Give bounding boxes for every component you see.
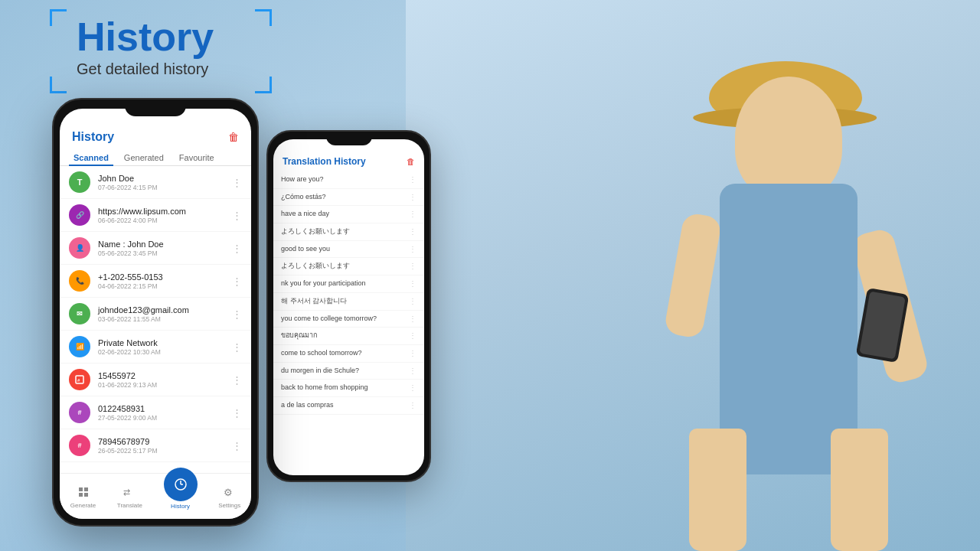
woman-head [735, 77, 842, 199]
more-dots[interactable]: ⋮ [409, 279, 416, 288]
more-dots[interactable]: ⋮ [232, 210, 242, 221]
more-dots[interactable]: ⋮ [409, 367, 416, 375]
translation-text: du morgen in die Schule? [281, 367, 403, 376]
list-item: a de las compras ⋮ [273, 397, 424, 415]
list-item: du morgen in die Schule? ⋮ [273, 363, 424, 380]
bracket-bottom-right [255, 77, 272, 93]
more-dots[interactable]: ⋮ [409, 262, 416, 270]
bracket-top-right [255, 9, 272, 26]
item-title: Name : John Doe [98, 240, 224, 249]
nav-settings[interactable]: ⚙ Settings [218, 484, 240, 509]
item-title: John Doe [98, 174, 224, 183]
more-dots[interactable]: ⋮ [232, 407, 242, 419]
nav-history[interactable]: History [164, 483, 198, 510]
more-dots[interactable]: ⋮ [232, 341, 242, 353]
more-dots[interactable]: ⋮ [409, 331, 416, 340]
more-dots[interactable]: ⋮ [232, 177, 242, 188]
contact2-icon: 👤 [69, 237, 90, 259]
list-item: よろしくお願いします ⋮ [273, 223, 424, 241]
list-item: # 15455972 01-06-2022 9:13 AM ⋮ [60, 364, 251, 396]
list-item: T John Doe 07-06-2022 4:15 PM ⋮ [60, 166, 251, 199]
svg-rect-5 [84, 493, 88, 497]
list-item: 📶 Private Network 02-06-2022 10:30 AM ⋮ [60, 331, 251, 364]
more-dots[interactable]: ⋮ [409, 401, 416, 409]
more-dots[interactable]: ⋮ [409, 315, 416, 323]
more-dots[interactable]: ⋮ [232, 308, 242, 320]
contact-icon: T [69, 171, 90, 193]
page-title: History [77, 15, 214, 59]
tab-favourite[interactable]: Favourite [175, 150, 219, 165]
more-dots[interactable]: ⋮ [232, 276, 242, 287]
url-icon: 🔗 [69, 204, 90, 226]
nav-generate[interactable]: Generate [70, 484, 96, 509]
item-date: 01-06-2022 9:13 AM [98, 381, 224, 389]
bracket-bottom-left [50, 77, 67, 93]
item-title: 78945678979 [98, 437, 224, 446]
generate-label: Generate [70, 502, 96, 509]
item-title: Private Network [98, 338, 224, 347]
number-icon: # [69, 369, 90, 390]
tab-scanned[interactable]: Scanned [69, 150, 113, 165]
title-area: History Get detailed history [77, 15, 214, 78]
translation-text: you come to college tomorrow? [281, 315, 403, 324]
more-dots[interactable]: ⋮ [409, 349, 416, 357]
history-label: History [171, 503, 190, 510]
phone1-screen: History 🗑 Scanned Generated Favourite T … [60, 109, 251, 519]
number2-icon: # [69, 402, 90, 423]
item-title: 15455972 [98, 371, 224, 380]
item-content: 15455972 01-06-2022 9:13 AM [98, 371, 224, 389]
more-dots[interactable]: ⋮ [409, 175, 416, 184]
item-title: +1-202-555-0153 [98, 272, 224, 282]
item-date: 27-05-2022 9:00 AM [98, 414, 224, 422]
phone1: History 🗑 Scanned Generated Favourite T … [52, 98, 259, 527]
more-dots[interactable]: ⋮ [409, 297, 416, 305]
list-item: you come to college tomorrow? ⋮ [273, 311, 424, 328]
more-dots[interactable]: ⋮ [409, 227, 416, 236]
nav-translate[interactable]: ⇄ Translate [117, 484, 142, 509]
settings-label: Settings [218, 502, 240, 509]
list-item: come to school tomorrow? ⋮ [273, 345, 424, 363]
history-icon [164, 468, 198, 501]
svg-text:⇄: ⇄ [123, 487, 130, 497]
more-dots[interactable]: ⋮ [232, 440, 242, 452]
translation-text: back to home from shopping [281, 383, 403, 393]
list-item: # 78945678979 26-05-2022 5:17 PM ⋮ [60, 429, 251, 462]
phone2-screen: Translation History 🗑 How are you? ⋮ ¿Có… [273, 139, 424, 475]
delete-history-button[interactable]: 🗑 [228, 131, 239, 143]
list-item: How are you? ⋮ [273, 171, 424, 189]
settings-icon: ⚙ [221, 484, 238, 500]
bracket-top-left [50, 9, 67, 26]
more-dots[interactable]: ⋮ [409, 245, 416, 253]
list-item: 📞 +1-202-555-0153 04-06-2022 2:15 PM ⋮ [60, 265, 251, 298]
generate-icon [75, 484, 92, 500]
woman-arm-left [663, 212, 722, 339]
item-content: johndoe123@gmail.com 03-06-2022 11:55 AM [98, 305, 224, 323]
list-item: ขอบคุณมาก ⋮ [273, 328, 424, 345]
scanned-list: T John Doe 07-06-2022 4:15 PM ⋮ 🔗 https:… [60, 166, 251, 462]
item-title: johndoe123@gmail.com [98, 305, 224, 315]
more-dots[interactable]: ⋮ [232, 243, 242, 254]
list-item: ¿Cómo estás? ⋮ [273, 189, 424, 207]
list-item: # 0122458931 27-05-2022 9:00 AM ⋮ [60, 396, 251, 429]
bottom-navigation: Generate ⇄ Translate History ⚙ Settings [60, 473, 251, 519]
item-date: 07-06-2022 4:15 PM [98, 184, 224, 191]
translation-text: 해 주서서 감사합니다 [281, 297, 403, 306]
translation-text: よろしくお願いします [281, 262, 403, 271]
more-dots[interactable]: ⋮ [232, 374, 242, 386]
tab-generated[interactable]: Generated [119, 150, 168, 165]
translation-text: have a nice day [281, 210, 403, 219]
list-item: nk you for your participation ⋮ [273, 276, 424, 293]
item-content: https://www.lipsum.com 06-06-2022 4:00 P… [98, 207, 224, 224]
list-item: have a nice day ⋮ [273, 206, 424, 223]
more-dots[interactable]: ⋮ [409, 210, 416, 218]
more-dots[interactable]: ⋮ [409, 193, 416, 201]
item-content: Private Network 02-06-2022 10:30 AM [98, 338, 224, 356]
phone2-trash-icon[interactable]: 🗑 [407, 157, 415, 166]
phone2-list: How are you? ⋮ ¿Cómo estás? ⋮ have a nic… [273, 171, 424, 415]
number3-icon: # [69, 435, 90, 456]
more-dots[interactable]: ⋮ [409, 383, 416, 392]
woman-phone-screen [859, 292, 906, 360]
list-item: 해 주서서 감사합니다 ⋮ [273, 293, 424, 311]
email-icon: ✉ [69, 303, 90, 324]
translation-text: How are you? [281, 175, 403, 184]
